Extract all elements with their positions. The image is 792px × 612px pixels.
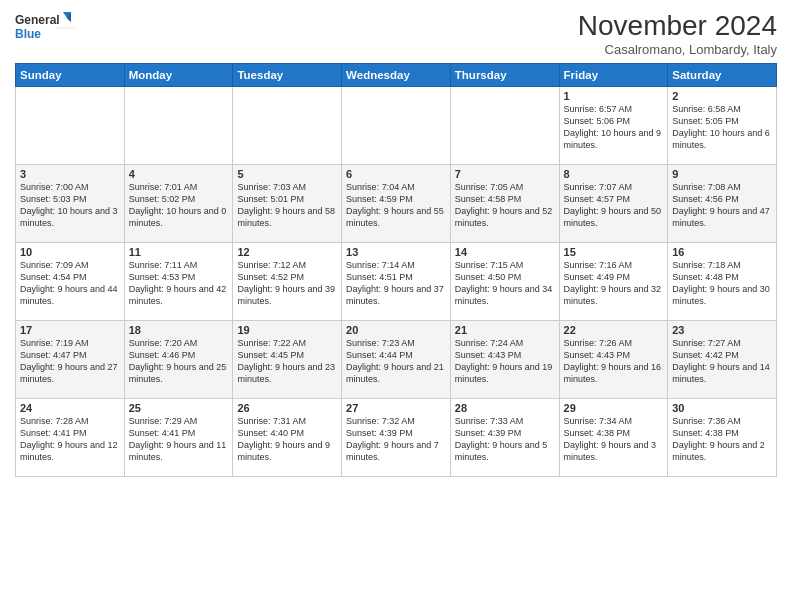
day-number: 29 — [564, 402, 664, 414]
calendar-day-cell: 18Sunrise: 7:20 AM Sunset: 4:46 PM Dayli… — [124, 321, 233, 399]
day-info: Sunrise: 7:18 AM Sunset: 4:48 PM Dayligh… — [672, 259, 772, 308]
day-info: Sunrise: 7:22 AM Sunset: 4:45 PM Dayligh… — [237, 337, 337, 386]
header-saturday: Saturday — [668, 64, 777, 87]
day-info: Sunrise: 7:26 AM Sunset: 4:43 PM Dayligh… — [564, 337, 664, 386]
calendar-day-cell: 26Sunrise: 7:31 AM Sunset: 4:40 PM Dayli… — [233, 399, 342, 477]
day-number: 13 — [346, 246, 446, 258]
day-number: 2 — [672, 90, 772, 102]
svg-text:General: General — [15, 13, 60, 27]
calendar-day-cell: 10Sunrise: 7:09 AM Sunset: 4:54 PM Dayli… — [16, 243, 125, 321]
calendar-day-cell: 25Sunrise: 7:29 AM Sunset: 4:41 PM Dayli… — [124, 399, 233, 477]
day-info: Sunrise: 7:33 AM Sunset: 4:39 PM Dayligh… — [455, 415, 555, 464]
calendar-day-cell: 16Sunrise: 7:18 AM Sunset: 4:48 PM Dayli… — [668, 243, 777, 321]
calendar-day-cell: 29Sunrise: 7:34 AM Sunset: 4:38 PM Dayli… — [559, 399, 668, 477]
day-number: 16 — [672, 246, 772, 258]
day-number: 26 — [237, 402, 337, 414]
day-number: 4 — [129, 168, 229, 180]
day-info: Sunrise: 7:28 AM Sunset: 4:41 PM Dayligh… — [20, 415, 120, 464]
calendar-day-cell — [342, 87, 451, 165]
title-block: November 2024 Casalromano, Lombardy, Ita… — [578, 10, 777, 57]
location-subtitle: Casalromano, Lombardy, Italy — [578, 42, 777, 57]
header-friday: Friday — [559, 64, 668, 87]
day-info: Sunrise: 6:57 AM Sunset: 5:06 PM Dayligh… — [564, 103, 664, 152]
day-number: 8 — [564, 168, 664, 180]
calendar-day-cell: 23Sunrise: 7:27 AM Sunset: 4:42 PM Dayli… — [668, 321, 777, 399]
calendar-week-row: 3Sunrise: 7:00 AM Sunset: 5:03 PM Daylig… — [16, 165, 777, 243]
day-number: 5 — [237, 168, 337, 180]
calendar-day-cell: 28Sunrise: 7:33 AM Sunset: 4:39 PM Dayli… — [450, 399, 559, 477]
day-number: 20 — [346, 324, 446, 336]
calendar-day-cell: 4Sunrise: 7:01 AM Sunset: 5:02 PM Daylig… — [124, 165, 233, 243]
day-number: 28 — [455, 402, 555, 414]
svg-text:Blue: Blue — [15, 27, 41, 41]
day-info: Sunrise: 7:08 AM Sunset: 4:56 PM Dayligh… — [672, 181, 772, 230]
calendar-day-cell: 1Sunrise: 6:57 AM Sunset: 5:06 PM Daylig… — [559, 87, 668, 165]
header-monday: Monday — [124, 64, 233, 87]
day-number: 10 — [20, 246, 120, 258]
day-info: Sunrise: 7:16 AM Sunset: 4:49 PM Dayligh… — [564, 259, 664, 308]
calendar-week-row: 17Sunrise: 7:19 AM Sunset: 4:47 PM Dayli… — [16, 321, 777, 399]
calendar-day-cell: 13Sunrise: 7:14 AM Sunset: 4:51 PM Dayli… — [342, 243, 451, 321]
calendar-day-cell — [124, 87, 233, 165]
day-info: Sunrise: 6:58 AM Sunset: 5:05 PM Dayligh… — [672, 103, 772, 152]
calendar-day-cell: 30Sunrise: 7:36 AM Sunset: 4:38 PM Dayli… — [668, 399, 777, 477]
calendar-day-cell: 12Sunrise: 7:12 AM Sunset: 4:52 PM Dayli… — [233, 243, 342, 321]
calendar-day-cell — [450, 87, 559, 165]
day-info: Sunrise: 7:11 AM Sunset: 4:53 PM Dayligh… — [129, 259, 229, 308]
day-info: Sunrise: 7:05 AM Sunset: 4:58 PM Dayligh… — [455, 181, 555, 230]
calendar-week-row: 1Sunrise: 6:57 AM Sunset: 5:06 PM Daylig… — [16, 87, 777, 165]
day-number: 3 — [20, 168, 120, 180]
calendar-day-cell: 15Sunrise: 7:16 AM Sunset: 4:49 PM Dayli… — [559, 243, 668, 321]
day-number: 15 — [564, 246, 664, 258]
calendar-day-cell — [233, 87, 342, 165]
day-info: Sunrise: 7:34 AM Sunset: 4:38 PM Dayligh… — [564, 415, 664, 464]
calendar-day-cell: 7Sunrise: 7:05 AM Sunset: 4:58 PM Daylig… — [450, 165, 559, 243]
day-number: 30 — [672, 402, 772, 414]
calendar-day-cell: 27Sunrise: 7:32 AM Sunset: 4:39 PM Dayli… — [342, 399, 451, 477]
day-number: 23 — [672, 324, 772, 336]
calendar-day-cell: 9Sunrise: 7:08 AM Sunset: 4:56 PM Daylig… — [668, 165, 777, 243]
calendar-day-cell: 22Sunrise: 7:26 AM Sunset: 4:43 PM Dayli… — [559, 321, 668, 399]
day-info: Sunrise: 7:27 AM Sunset: 4:42 PM Dayligh… — [672, 337, 772, 386]
calendar-day-cell: 11Sunrise: 7:11 AM Sunset: 4:53 PM Dayli… — [124, 243, 233, 321]
calendar-week-row: 24Sunrise: 7:28 AM Sunset: 4:41 PM Dayli… — [16, 399, 777, 477]
header-wednesday: Wednesday — [342, 64, 451, 87]
day-info: Sunrise: 7:24 AM Sunset: 4:43 PM Dayligh… — [455, 337, 555, 386]
logo-svg: General Blue — [15, 10, 75, 46]
day-info: Sunrise: 7:00 AM Sunset: 5:03 PM Dayligh… — [20, 181, 120, 230]
calendar-day-cell: 14Sunrise: 7:15 AM Sunset: 4:50 PM Dayli… — [450, 243, 559, 321]
header-sunday: Sunday — [16, 64, 125, 87]
day-info: Sunrise: 7:09 AM Sunset: 4:54 PM Dayligh… — [20, 259, 120, 308]
header-tuesday: Tuesday — [233, 64, 342, 87]
calendar-table: Sunday Monday Tuesday Wednesday Thursday… — [15, 63, 777, 477]
calendar-header-row: Sunday Monday Tuesday Wednesday Thursday… — [16, 64, 777, 87]
day-number: 7 — [455, 168, 555, 180]
day-number: 1 — [564, 90, 664, 102]
calendar-day-cell: 8Sunrise: 7:07 AM Sunset: 4:57 PM Daylig… — [559, 165, 668, 243]
day-number: 17 — [20, 324, 120, 336]
day-info: Sunrise: 7:04 AM Sunset: 4:59 PM Dayligh… — [346, 181, 446, 230]
day-number: 25 — [129, 402, 229, 414]
calendar-day-cell: 21Sunrise: 7:24 AM Sunset: 4:43 PM Dayli… — [450, 321, 559, 399]
day-number: 14 — [455, 246, 555, 258]
calendar-day-cell: 24Sunrise: 7:28 AM Sunset: 4:41 PM Dayli… — [16, 399, 125, 477]
header-thursday: Thursday — [450, 64, 559, 87]
month-title: November 2024 — [578, 10, 777, 42]
day-info: Sunrise: 7:32 AM Sunset: 4:39 PM Dayligh… — [346, 415, 446, 464]
logo: General Blue — [15, 10, 75, 46]
calendar-week-row: 10Sunrise: 7:09 AM Sunset: 4:54 PM Dayli… — [16, 243, 777, 321]
day-number: 27 — [346, 402, 446, 414]
day-number: 11 — [129, 246, 229, 258]
day-number: 24 — [20, 402, 120, 414]
calendar-day-cell: 3Sunrise: 7:00 AM Sunset: 5:03 PM Daylig… — [16, 165, 125, 243]
day-info: Sunrise: 7:01 AM Sunset: 5:02 PM Dayligh… — [129, 181, 229, 230]
day-number: 18 — [129, 324, 229, 336]
page-header: General Blue November 2024 Casalromano, … — [15, 10, 777, 57]
calendar-day-cell: 6Sunrise: 7:04 AM Sunset: 4:59 PM Daylig… — [342, 165, 451, 243]
day-number: 21 — [455, 324, 555, 336]
day-number: 22 — [564, 324, 664, 336]
day-info: Sunrise: 7:15 AM Sunset: 4:50 PM Dayligh… — [455, 259, 555, 308]
calendar-day-cell: 17Sunrise: 7:19 AM Sunset: 4:47 PM Dayli… — [16, 321, 125, 399]
day-info: Sunrise: 7:03 AM Sunset: 5:01 PM Dayligh… — [237, 181, 337, 230]
day-info: Sunrise: 7:12 AM Sunset: 4:52 PM Dayligh… — [237, 259, 337, 308]
